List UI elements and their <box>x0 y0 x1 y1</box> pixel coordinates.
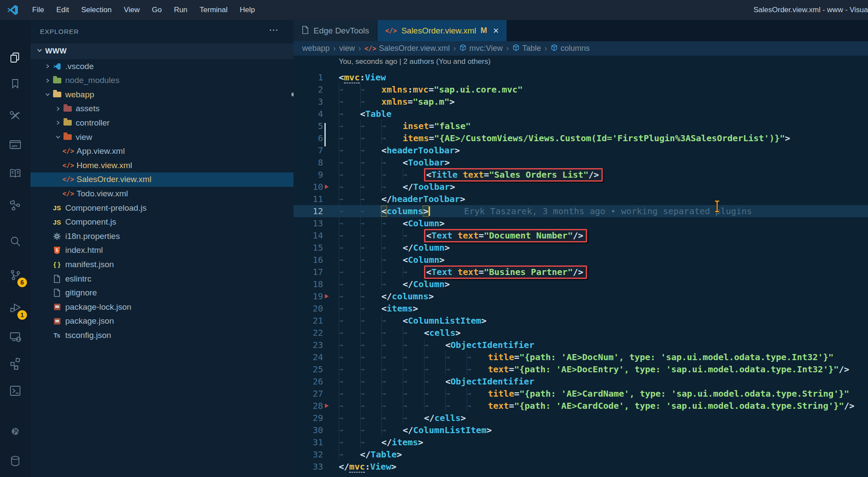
globe-icon[interactable] <box>0 420 30 443</box>
code-line-11[interactable]: 11→→</headerToolbar> <box>294 193 868 205</box>
code-line-25[interactable]: 25→→→→→→→text="{path: 'AE>DocEntry', typ… <box>294 363 868 375</box>
database-icon[interactable] <box>0 450 30 472</box>
code-line-5[interactable]: 5→→→inset="false" <box>294 120 868 132</box>
code-line-21[interactable]: 21→→→<ColumnListItem> <box>294 315 868 327</box>
explorer-section-www[interactable]: WWW <box>30 43 294 59</box>
breadcrumb-separator: › <box>506 44 509 53</box>
tools-icon[interactable] <box>0 104 30 127</box>
breadcrumb-item-columns[interactable]: columns <box>551 44 590 53</box>
code-line-10[interactable]: 10→→→</Toolbar> <box>294 181 868 193</box>
code-line-18[interactable]: 18→→→</Column> <box>294 278 868 290</box>
code-line-1[interactable]: 1<mvc:View <box>294 71 868 83</box>
code-line-33[interactable]: 33</mvc:View> <box>294 460 868 473</box>
menu-go[interactable]: Go <box>146 0 168 20</box>
tree-item-manifest-json[interactable]: { }manifest.json <box>30 257 306 272</box>
code-line-8[interactable]: 8→→→<Toolbar> <box>294 156 868 169</box>
remote-icon[interactable] <box>0 325 30 348</box>
explorer-icon[interactable] <box>0 46 30 69</box>
explorer-sidebar: EXPLORER ⋯ WWW .vscodenode_moduleswebapp… <box>30 20 294 477</box>
code-line-29[interactable]: 29→→→→</cells> <box>294 412 868 424</box>
code-line-20[interactable]: 20→→<items> <box>294 302 868 315</box>
tree-item-home-view-xml[interactable]: </>Home.view.xmlM <box>30 158 327 172</box>
code-line-4[interactable]: 4→<Table <box>294 108 868 120</box>
code-line-17[interactable]: 17→→→→<Text text="Busines Partner"/> <box>294 266 868 278</box>
code-line-7[interactable]: 7→→<headerToolbar> <box>294 144 868 156</box>
menu-selection[interactable]: Selection <box>75 0 118 20</box>
tab-close-icon[interactable]: × <box>493 25 499 36</box>
code-line-14[interactable]: 14→→→→<Text text="Document Number"/> <box>294 229 868 242</box>
code-line-16[interactable]: 16→→→<Column> <box>294 254 868 266</box>
tab-whitespace-arrow: → <box>381 339 403 351</box>
tree-item--vscode[interactable]: .vscode <box>30 59 306 73</box>
source-control-icon[interactable]: 6 <box>0 264 30 286</box>
code-line-30[interactable]: 30→→→</ColumnListItem> <box>294 424 868 436</box>
tree-item-controller[interactable]: controller <box>30 116 316 130</box>
explorer-more-actions-icon[interactable]: ⋯ <box>269 24 279 36</box>
tab-whitespace-arrow: → <box>403 266 424 278</box>
menu-view[interactable]: View <box>118 0 146 20</box>
tree-item-package-lock-json[interactable]: package-lock.json <box>30 300 306 314</box>
codelens-authors[interactable]: You, seconds ago | 2 authors (You and ot… <box>339 57 491 66</box>
api-icon[interactable]: API <box>0 133 30 156</box>
code-line-9[interactable]: 9→→→→<Title text="Sales Orders List"/> <box>294 169 868 181</box>
book-icon[interactable] <box>0 162 30 185</box>
tree-item-tsconfig-json[interactable]: Tstsconfig.json <box>30 328 306 342</box>
code-line-32[interactable]: 32→</Table> <box>294 448 868 460</box>
breadcrumb-item-webapp[interactable]: webapp <box>302 44 330 53</box>
code-text: →→→→→<ObjectIdentifier <box>339 339 534 351</box>
tab-edge-devtools[interactable]: Edge DevTools <box>294 20 377 41</box>
terminal-icon[interactable] <box>0 379 30 402</box>
indent-spacer <box>43 275 52 283</box>
bookmark-icon[interactable] <box>0 73 30 95</box>
code-line-3[interactable]: 3→→xmlns="sap.m"> <box>294 96 868 108</box>
code-line-19[interactable]: 19→→</columns> <box>294 290 868 302</box>
code-line-24[interactable]: 24→→→→→→→title="{path: 'AE>DocNum', type… <box>294 351 868 363</box>
code-editor[interactable]: You, seconds ago | 2 authors (You and ot… <box>294 56 868 477</box>
tab-salesorder-view-xml[interactable]: </>SalesOrder.view.xmlM× <box>377 20 507 43</box>
tab-whitespace-arrow: → <box>381 156 403 169</box>
tree-item-node-modules[interactable]: node_modules <box>30 73 306 88</box>
tree-item-todo-view-xml[interactable]: </>Todo.view.xml <box>30 186 327 201</box>
menu-file[interactable]: File <box>26 0 50 20</box>
tree-item-webapp[interactable]: webapp <box>30 87 306 102</box>
tree-item-index-html[interactable]: 5index.html <box>30 243 306 258</box>
tree-item-salesorder-view-xml[interactable]: </>SalesOrder.view.xmlM <box>30 172 327 187</box>
code-line-6[interactable]: 6→→→items="{AE>/CustomViews/Views.Custom… <box>294 132 868 144</box>
tree-item-gitignore[interactable]: gitignore <box>30 286 306 300</box>
menu-run[interactable]: Run <box>168 0 194 20</box>
search-icon[interactable] <box>0 230 30 253</box>
tree-item-label: Component.js <box>65 217 116 227</box>
code-line-31[interactable]: 31→→</items> <box>294 436 868 448</box>
tree-item-i18n-properties[interactable]: i18n.properties <box>30 229 306 243</box>
tree-item-component-js[interactable]: JSComponent.js <box>30 215 306 229</box>
code-line-2[interactable]: 2→→xmlns:mvc="sap.ui.core.mvc" <box>294 83 868 96</box>
tree-item-eslintrc[interactable]: eslintrc <box>30 272 306 286</box>
menu-edit[interactable]: Edit <box>50 0 75 20</box>
tree-item-assets[interactable]: assets <box>30 102 316 116</box>
debug-icon[interactable]: 1 <box>0 296 30 319</box>
code-line-22[interactable]: 22→→→→<cells> <box>294 327 868 339</box>
breadcrumb-item-salesorder-view-xml[interactable]: </>SalesOrder.view.xml <box>364 44 450 53</box>
extensions-icon[interactable] <box>0 352 30 374</box>
code-line-28[interactable]: 28→→→→→→→text="{path: 'AE>CardCode', typ… <box>294 400 868 412</box>
code-line-12[interactable]: 12→→<columns>Eryk Taszarek, 3 months ago… <box>294 205 868 217</box>
breadcrumb-item-table[interactable]: Table <box>512 44 541 53</box>
code-line-27[interactable]: 27→→→→→→→title="{path: 'AE>CardName', ty… <box>294 388 868 400</box>
menu-help[interactable]: Help <box>234 0 261 20</box>
code-line-23[interactable]: 23→→→→→<ObjectIdentifier <box>294 339 868 351</box>
code-text: →→→→<Text text="Busines Partner"/> <box>339 266 587 278</box>
breadcrumb-item-mvc-view[interactable]: mvc:View <box>459 44 503 53</box>
tree-item-view[interactable]: view <box>30 130 316 144</box>
tree-item-app-view-xml[interactable]: </>App.view.xml <box>30 144 327 159</box>
tree-item-package-json[interactable]: package.json <box>30 314 306 328</box>
tree-item-component-preload-js[interactable]: JSComponent-preload.js <box>30 201 306 215</box>
token-str: "{path: 'AE>CardName', type: 'sap.ui.mod… <box>519 388 849 399</box>
token-p: = <box>514 352 519 362</box>
code-line-26[interactable]: 26→→→→→<ObjectIdentifier <box>294 375 868 388</box>
code-line-13[interactable]: 13→→→<Column> <box>294 217 868 229</box>
menu-terminal[interactable]: Terminal <box>194 0 234 20</box>
token-p: > <box>455 328 461 338</box>
code-line-15[interactable]: 15→→→</Column> <box>294 242 868 254</box>
flow-icon[interactable] <box>0 194 30 217</box>
breadcrumb-item-view[interactable]: view <box>339 44 355 53</box>
